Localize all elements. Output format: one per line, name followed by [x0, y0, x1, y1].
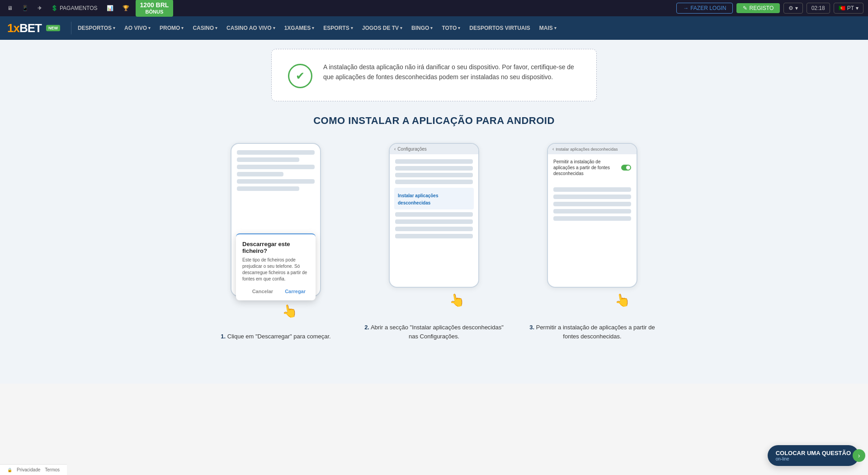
- dialog-desc: Este tipo de ficheiros pode prejudicar o…: [242, 257, 309, 282]
- step-1-phone-lines: [231, 144, 320, 195]
- toggle-row: Permitir a instalação de aplicações a pa…: [553, 159, 631, 176]
- nav-esports[interactable]: ESPORTS ▾: [319, 16, 357, 40]
- settings-line: [395, 166, 473, 171]
- nav-1xgames-label: 1XGAMES: [284, 25, 311, 31]
- logo[interactable]: 1xBET NEW: [7, 21, 60, 35]
- section-title: COMO INSTALAR A APLICAÇÃO PARA ANDROID: [0, 115, 868, 127]
- register-button[interactable]: ✎ REGISTO: [736, 3, 780, 13]
- time-display: 02:18: [807, 3, 830, 14]
- nav-bingo[interactable]: BINGO ▾: [407, 16, 437, 40]
- phone-line: [237, 165, 315, 169]
- download-dialog: Descarregar este ficheiro? Este tipo de …: [236, 233, 316, 300]
- step-2-phone: ‹ Configurações Instalar aplicações desc…: [389, 143, 479, 288]
- step-3-label: 3. Permitir a instalação de aplicações a…: [520, 323, 665, 341]
- hand-cursor-3: 👆: [613, 291, 631, 309]
- nav-desportos-virtuais-label: DESPORTOS VIRTUAIS: [469, 25, 530, 31]
- nav-casino-ao-vivo[interactable]: CASINO AO VIVO ▾: [222, 16, 280, 40]
- notice-text: A instalação desta aplicação não irá dan…: [323, 62, 580, 82]
- telegram-icon[interactable]: ✈: [35, 5, 45, 11]
- nav-divider: [71, 22, 71, 34]
- toggle-text: Permitir a instalação de aplicações a pa…: [553, 159, 618, 176]
- settings-line: [553, 209, 631, 214]
- time-value: 02:18: [811, 5, 825, 11]
- payments-label: PAGAMENTOS: [60, 5, 98, 11]
- nav-1xgames[interactable]: 1XGAMES ▾: [280, 16, 319, 40]
- payments-item[interactable]: 💲 PAGAMENTOS: [48, 5, 100, 11]
- notice-box: ✔ A instalação desta aplicação não irá d…: [271, 49, 597, 101]
- back-icon-3: ‹: [552, 147, 554, 152]
- step3-header-label: Instalar aplicações desconhecidas: [556, 147, 618, 152]
- nav-mais-arrow: ▾: [554, 26, 557, 30]
- trophy-icon-item[interactable]: 🏆: [120, 5, 132, 11]
- phone-line: [237, 179, 315, 184]
- settings-line: [395, 159, 473, 164]
- login-button[interactable]: → FAZER LOGIN: [676, 3, 733, 14]
- nav-desportos-label: DESPORTOS: [78, 25, 112, 31]
- language-button[interactable]: 🇵🇹 PT ▾: [834, 3, 863, 14]
- back-icon: ‹: [394, 147, 396, 152]
- top-bar-right: → FAZER LOGIN ✎ REGISTO ⚙ ▾ 02:18 🇵🇹 PT …: [676, 3, 863, 14]
- settings-line: [553, 195, 631, 199]
- bonus-sub: BÔNUS: [146, 9, 164, 14]
- nav-mais[interactable]: MAIS ▾: [535, 16, 561, 40]
- logo-bet: BET: [19, 21, 42, 35]
- settings-line: [395, 180, 473, 184]
- settings-line: [395, 173, 473, 177]
- settings-line: [553, 202, 631, 206]
- tablet-icon[interactable]: 📱: [19, 5, 31, 11]
- desktop-icon[interactable]: 🖥: [5, 5, 15, 11]
- logo-1x: 1x: [7, 21, 19, 35]
- download-button[interactable]: Carregar: [281, 287, 309, 296]
- nav-mais-label: MAIS: [539, 25, 553, 31]
- hand-cursor-1: 👆: [280, 302, 298, 320]
- check-icon: ✔: [288, 64, 312, 88]
- step-3-phone: ‹ Instalar aplicações desconhecidas Perm…: [547, 143, 637, 288]
- nav-desportos-virtuais[interactable]: DESPORTOS VIRTUAIS: [465, 16, 534, 40]
- settings-line: [395, 234, 473, 238]
- nav-casino-ao-vivo-arrow: ▾: [273, 26, 275, 30]
- step-3-phone-header: ‹ Instalar aplicações desconhecidas: [548, 144, 637, 154]
- bonus-amount: 1200 BRL: [140, 1, 169, 9]
- top-bar: 🖥 📱 ✈ 💲 PAGAMENTOS 📊 🏆 1200 BRL BÔNUS → …: [0, 0, 868, 16]
- phone-line: [237, 186, 299, 191]
- phone-line: [237, 150, 315, 155]
- toggle-switch[interactable]: [621, 165, 631, 171]
- nav-1xgames-arrow: ▾: [312, 26, 314, 30]
- step-3-col: ‹ Instalar aplicações desconhecidas Perm…: [520, 143, 665, 341]
- settings-button[interactable]: ⚙ ▾: [783, 3, 802, 14]
- settings-line: [395, 227, 473, 231]
- nav-promo[interactable]: PROMO ▾: [155, 16, 188, 40]
- phone-line: [237, 157, 299, 162]
- cancel-button[interactable]: Cancelar: [249, 287, 277, 296]
- settings-line: [395, 219, 473, 224]
- step-1-phone: Descarregar este ficheiro? Este tipo de …: [231, 143, 321, 297]
- trophy-icon: 🏆: [123, 5, 129, 11]
- login-label: FAZER LOGIN: [690, 5, 726, 11]
- monitor-icon: 🖥: [7, 5, 13, 11]
- nav-ao-vivo[interactable]: AO VIVO ▾: [120, 16, 155, 40]
- step-2-number: 2.: [364, 324, 369, 331]
- stats-icon-item[interactable]: 📊: [104, 5, 116, 11]
- step-1-number: 1.: [221, 333, 226, 340]
- main-content: ✔ A instalação desta aplicação não irá d…: [0, 40, 868, 384]
- settings-line: [395, 212, 473, 217]
- step-1-text: Clique em "Descarregar" para começar.: [227, 333, 331, 340]
- step-2-label: 2. Abrir a secção "Instalar aplicações d…: [362, 323, 506, 341]
- nav-jogos-tv[interactable]: JOGOS DE TV ▾: [358, 16, 407, 40]
- nav-esports-arrow: ▾: [351, 26, 353, 30]
- bonus-badge[interactable]: 1200 BRL BÔNUS: [136, 0, 174, 17]
- nav-casino[interactable]: CASINO ▾: [188, 16, 222, 40]
- settings-highlight[interactable]: Instalar aplicações desconhecidas: [394, 188, 474, 209]
- nav-casino-label: CASINO: [193, 25, 214, 31]
- settings-line: [553, 187, 631, 192]
- settings-line: [553, 216, 631, 221]
- settings-highlight-text: Instalar aplicações desconhecidas: [398, 193, 439, 205]
- nav-desportos[interactable]: DESPORTOS ▾: [73, 16, 120, 40]
- nav-casino-arrow: ▾: [215, 26, 217, 30]
- logo-text: 1xBET: [7, 21, 42, 35]
- step-2-lines: Instalar aplicações desconhecidas: [390, 154, 478, 243]
- nav-toto[interactable]: TOTO ▾: [437, 16, 465, 40]
- nav-promo-arrow: ▾: [181, 26, 184, 30]
- dialog-title: Descarregar este ficheiro?: [242, 241, 309, 254]
- new-badge: NEW: [46, 25, 60, 31]
